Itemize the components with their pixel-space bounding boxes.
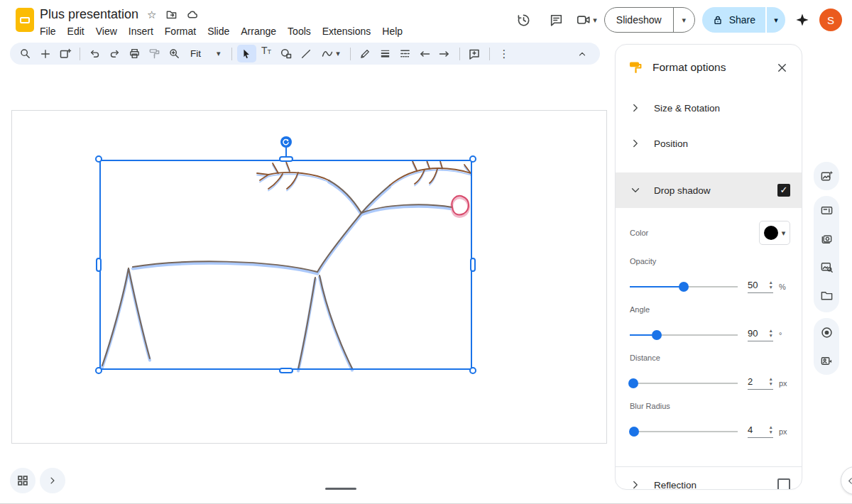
menu-edit[interactable]: Edit (62, 24, 90, 38)
collapse-toolbar-icon[interactable] (572, 45, 591, 62)
resize-handle-bottom-left[interactable] (95, 367, 102, 374)
menu-slide[interactable]: Slide (202, 24, 235, 38)
menu-extensions[interactable]: Extensions (317, 24, 376, 38)
text-box-tool-icon[interactable]: TT (257, 45, 276, 62)
slideshow-dropdown[interactable]: ▾ (673, 8, 694, 32)
drive-folder-icon[interactable] (814, 281, 839, 309)
opacity-stepper[interactable]: ▲▼ (769, 280, 773, 290)
resize-handle-top[interactable] (279, 156, 293, 162)
angle-slider[interactable] (630, 334, 738, 336)
show-filmstrip-button[interactable] (40, 468, 65, 493)
cloud-status-icon[interactable] (186, 9, 199, 21)
line-weight-icon[interactable] (376, 45, 395, 62)
rotation-handle[interactable] (280, 136, 292, 148)
opacity-value-field[interactable]: 50 ▲▼ (748, 280, 773, 293)
arrow-end-icon[interactable] (435, 45, 454, 62)
line-tool-icon[interactable] (297, 45, 316, 62)
scribble-tool-icon[interactable]: ▾ (317, 45, 345, 62)
section-size-rotation[interactable]: Size & Rotation (616, 90, 802, 126)
undo-icon[interactable] (85, 45, 104, 62)
blur-radius-stepper[interactable]: ▲▼ (769, 425, 773, 435)
angle-stepper[interactable]: ▲▼ (769, 329, 773, 339)
account-avatar[interactable]: S (819, 9, 842, 31)
section-position[interactable]: Position (616, 126, 802, 161)
record-video-icon[interactable] (814, 346, 839, 375)
drop-shadow-checkbox[interactable]: ✓ (777, 184, 790, 197)
blur-radius-slider[interactable] (630, 431, 738, 432)
shape-tool-icon[interactable] (277, 45, 296, 62)
selection-border (99, 160, 472, 370)
menu-file[interactable]: File (40, 24, 62, 38)
redo-icon[interactable] (105, 45, 124, 62)
gemini-sparkle-icon[interactable] (792, 7, 812, 33)
angle-label: Angle (630, 305, 790, 314)
close-panel-icon[interactable] (773, 59, 790, 76)
paint-format-icon[interactable] (145, 45, 164, 62)
hide-side-panel-button[interactable] (841, 466, 852, 495)
distance-value-field[interactable]: 2 ▲▼ (748, 376, 773, 390)
zoom-icon[interactable] (165, 45, 184, 62)
chevron-right-icon (630, 102, 644, 114)
panel-title: Format options (652, 61, 764, 74)
section-drop-shadow[interactable]: Drop shadow ✓ (616, 172, 802, 208)
quick-add-icon[interactable] (36, 45, 55, 62)
chevron-right-icon (630, 138, 644, 149)
image-search-icon[interactable] (814, 253, 839, 281)
select-tool-icon[interactable] (237, 45, 256, 62)
document-title[interactable]: Plus presentation (40, 7, 138, 22)
resize-handle-bottom-right[interactable] (469, 367, 476, 374)
chevron-down-icon (630, 185, 644, 196)
menu-format[interactable]: Format (159, 24, 202, 38)
distance-unit: px (779, 379, 790, 388)
pen-tool-icon[interactable] (356, 45, 375, 62)
opacity-unit: % (779, 283, 790, 291)
rail-group-create (814, 162, 839, 190)
share-label: Share (729, 14, 755, 26)
toolbar-more-icon[interactable]: ⋮ (495, 45, 514, 62)
generate-image-icon[interactable] (814, 162, 839, 190)
blur-radius-value-field[interactable]: 4 ▲▼ (748, 424, 773, 438)
resize-handle-left[interactable] (96, 258, 102, 272)
resize-handle-top-right[interactable] (469, 155, 476, 163)
comments-icon[interactable] (543, 7, 569, 33)
angle-value-field[interactable]: 90 ▲▼ (748, 328, 773, 341)
menu-tools[interactable]: Tools (282, 24, 317, 38)
distance-slider[interactable] (630, 383, 738, 384)
slides-logo[interactable] (16, 8, 34, 32)
slideshow-button[interactable]: Slideshow (605, 8, 673, 32)
menu-view[interactable]: View (90, 24, 123, 38)
section-reflection[interactable]: Reflection (616, 467, 802, 490)
menu-help[interactable]: Help (376, 24, 408, 38)
speaker-notes-drag-handle[interactable] (325, 488, 356, 490)
resize-handle-bottom[interactable] (279, 368, 293, 373)
resize-handle-top-left[interactable] (95, 155, 102, 163)
shadow-color-picker[interactable]: ▾ (759, 221, 790, 245)
version-history-icon[interactable] (510, 7, 536, 33)
distance-stepper[interactable]: ▲▼ (769, 377, 773, 387)
star-icon[interactable]: ☆ (147, 9, 156, 20)
record-icon[interactable] (814, 318, 839, 346)
camera-photos-icon[interactable] (814, 224, 839, 253)
line-dash-icon[interactable] (395, 45, 415, 62)
new-slide-icon[interactable] (55, 45, 75, 62)
add-comment-icon[interactable] (465, 45, 484, 62)
search-menus-icon[interactable] (16, 45, 35, 62)
templates-icon[interactable] (814, 196, 839, 224)
selected-object[interactable] (99, 160, 472, 370)
arrow-start-icon[interactable] (415, 45, 435, 62)
grid-view-button[interactable] (10, 468, 36, 493)
share-dropdown[interactable]: ▾ (765, 7, 785, 33)
menu-arrange[interactable]: Arrange (235, 24, 282, 38)
zoom-select[interactable]: Fit ▾ (185, 48, 226, 59)
move-folder-icon[interactable] (165, 9, 178, 21)
share-button[interactable]: Share (702, 7, 765, 33)
menu-insert[interactable]: Insert (123, 24, 159, 38)
slide-canvas[interactable] (11, 110, 607, 444)
resize-handle-right[interactable] (470, 258, 476, 272)
print-icon[interactable] (125, 45, 144, 62)
reflection-checkbox[interactable] (777, 478, 790, 490)
opacity-slider[interactable] (630, 286, 738, 287)
camera-caret-icon[interactable]: ▾ (593, 16, 597, 24)
meet-camera-button[interactable]: ▾ (576, 12, 597, 28)
main-toolbar: Fit ▾ TT ▾ ⋮ (10, 43, 600, 65)
